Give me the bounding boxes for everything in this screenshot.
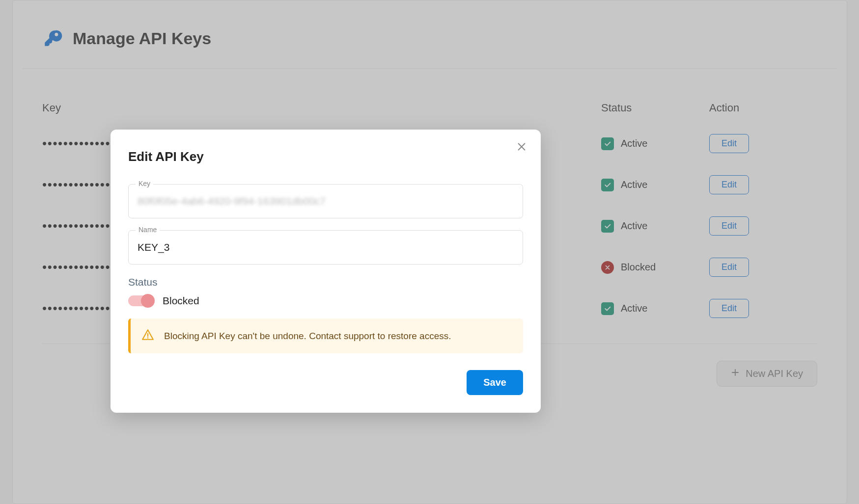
warning-icon <box>141 328 154 344</box>
warning-text: Blocking API Key can't be undone. Contac… <box>164 331 451 342</box>
status-toggle[interactable] <box>128 295 154 306</box>
svg-point-0 <box>147 337 148 338</box>
edit-api-key-modal: Edit API Key Key Name Status Blocked Blo… <box>111 130 541 413</box>
key-field: Key <box>128 184 523 218</box>
name-input[interactable] <box>129 231 523 264</box>
blocking-warning: Blocking API Key can't be undone. Contac… <box>128 318 523 353</box>
status-toggle-row: Blocked <box>128 295 523 307</box>
close-icon[interactable] <box>516 141 527 152</box>
modal-title: Edit API Key <box>128 149 523 164</box>
save-button[interactable]: Save <box>467 370 523 395</box>
name-field-label: Name <box>136 226 160 234</box>
key-input <box>129 185 523 218</box>
status-section-label: Status <box>128 276 523 288</box>
modal-footer: Save <box>128 370 523 395</box>
name-field: Name <box>128 230 523 265</box>
status-toggle-label: Blocked <box>163 295 199 307</box>
